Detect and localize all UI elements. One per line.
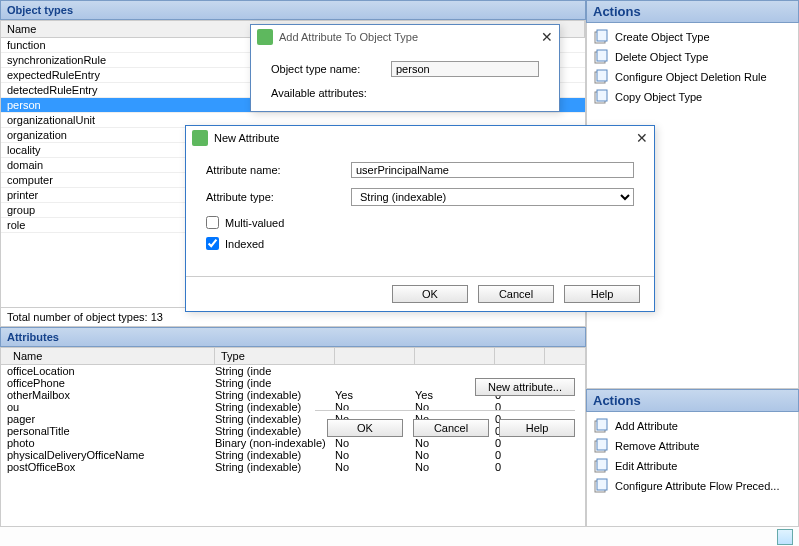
- ok-button[interactable]: OK: [392, 285, 468, 303]
- attribute-cell: String (indexable): [215, 461, 335, 473]
- dialog-title-text: New Attribute: [214, 132, 279, 144]
- action-icon: [593, 458, 609, 474]
- multi-valued-label: Multi-valued: [225, 217, 284, 229]
- add-dialog-buttons: New attribute... OK Cancel Help: [315, 378, 575, 437]
- close-icon[interactable]: ✕: [541, 29, 553, 45]
- add-attribute-dialog: Add Attribute To Object Type ✕ Object ty…: [250, 24, 560, 112]
- object-type-name-field: [391, 61, 539, 77]
- available-attributes-label: Available attributes:: [271, 87, 416, 99]
- attribute-cell: [335, 365, 415, 377]
- action-label: Remove Attribute: [615, 440, 699, 452]
- action-item[interactable]: Remove Attribute: [589, 436, 796, 456]
- action-label: Create Object Type: [615, 31, 710, 43]
- action-label: Configure Object Deletion Rule: [615, 71, 767, 83]
- indexed-label: Indexed: [225, 238, 264, 250]
- svg-rect-9: [597, 419, 607, 430]
- attribute-cell: Binary (non-indexable): [215, 437, 335, 449]
- cancel-button[interactable]: Cancel: [478, 285, 554, 303]
- help-button[interactable]: Help: [499, 419, 575, 437]
- svg-rect-13: [597, 459, 607, 470]
- new-attribute-dialog: New Attribute ✕ Attribute name: Attribut…: [185, 125, 655, 312]
- attribute-cell: No: [415, 449, 495, 461]
- svg-rect-7: [597, 90, 607, 101]
- attribute-name-label: Attribute name:: [206, 164, 351, 176]
- action-icon: [593, 418, 609, 434]
- attribute-cell: pager: [7, 413, 215, 425]
- app-icon: [257, 29, 273, 45]
- action-icon: [593, 89, 609, 105]
- object-type-name: organizationalUnit: [7, 114, 95, 126]
- attribute-row[interactable]: officeLocationString (inde: [1, 365, 585, 377]
- attribute-cell: 0: [495, 461, 545, 473]
- attributes-grid[interactable]: Name Type officeLocationString (indeoffi…: [0, 347, 586, 546]
- column-header-attr-name[interactable]: Name: [7, 348, 215, 364]
- object-type-name: role: [7, 219, 25, 231]
- object-types-header: Object types: [0, 0, 586, 20]
- action-icon: [593, 438, 609, 454]
- action-item[interactable]: Add Attribute: [589, 416, 796, 436]
- object-type-name: function: [7, 39, 46, 51]
- attribute-row[interactable]: postOfficeBoxString (indexable)NoNo0: [1, 461, 585, 473]
- action-label: Edit Attribute: [615, 460, 677, 472]
- object-type-name: person: [7, 99, 41, 111]
- actions-header-bottom: Actions: [586, 389, 799, 412]
- attribute-cell: officeLocation: [7, 365, 215, 377]
- attribute-cell: photo: [7, 437, 215, 449]
- svg-rect-11: [597, 439, 607, 450]
- action-label: Add Attribute: [615, 420, 678, 432]
- object-type-name: printer: [7, 189, 38, 201]
- multi-valued-checkbox[interactable]: [206, 216, 219, 229]
- attribute-cell: No: [335, 461, 415, 473]
- attribute-cell: postOfficeBox: [7, 461, 215, 473]
- refresh-icon[interactable]: [777, 529, 793, 545]
- action-item[interactable]: Edit Attribute: [589, 456, 796, 476]
- cancel-button[interactable]: Cancel: [413, 419, 489, 437]
- attribute-cell: 0: [495, 449, 545, 461]
- indexed-checkbox[interactable]: [206, 237, 219, 250]
- attribute-cell: String (inde: [215, 365, 335, 377]
- attribute-cell: otherMailbox: [7, 389, 215, 401]
- svg-rect-15: [597, 479, 607, 490]
- attribute-type-label: Attribute type:: [206, 191, 351, 203]
- attribute-cell: No: [415, 461, 495, 473]
- object-type-name: organization: [7, 129, 67, 141]
- attribute-cell: physicalDeliveryOfficeName: [7, 449, 215, 461]
- action-label: Configure Attribute Flow Preced...: [615, 480, 779, 492]
- action-item[interactable]: Delete Object Type: [589, 47, 796, 67]
- action-item[interactable]: Create Object Type: [589, 27, 796, 47]
- action-icon: [593, 478, 609, 494]
- help-button[interactable]: Help: [564, 285, 640, 303]
- attributes-header: Attributes: [0, 327, 586, 347]
- attribute-cell: [495, 365, 545, 377]
- attribute-cell: 0: [495, 437, 545, 449]
- action-item[interactable]: Copy Object Type: [589, 87, 796, 107]
- svg-rect-5: [597, 70, 607, 81]
- object-type-name: locality: [7, 144, 41, 156]
- attribute-type-select[interactable]: String (indexable): [351, 188, 634, 206]
- attribute-row[interactable]: photoBinary (non-indexable)NoNo0: [1, 437, 585, 449]
- object-type-name-label: Object type name:: [271, 63, 391, 75]
- attribute-name-field[interactable]: [351, 162, 634, 178]
- attribute-cell: ou: [7, 401, 215, 413]
- object-type-name: expectedRuleEntry: [7, 69, 100, 81]
- action-icon: [593, 69, 609, 85]
- attribute-cell: personalTitle: [7, 425, 215, 437]
- ok-button[interactable]: OK: [327, 419, 403, 437]
- action-icon: [593, 49, 609, 65]
- action-label: Copy Object Type: [615, 91, 702, 103]
- attribute-cell: No: [335, 449, 415, 461]
- action-item[interactable]: Configure Attribute Flow Preced...: [589, 476, 796, 496]
- action-item[interactable]: Configure Object Deletion Rule: [589, 67, 796, 87]
- object-type-name: synchronizationRule: [7, 54, 106, 66]
- attribute-cell: No: [335, 437, 415, 449]
- object-type-name: group: [7, 204, 35, 216]
- object-type-name: domain: [7, 159, 43, 171]
- attribute-row[interactable]: physicalDeliveryOfficeNameString (indexa…: [1, 449, 585, 461]
- object-type-name: computer: [7, 174, 53, 186]
- new-attribute-button[interactable]: New attribute...: [475, 378, 575, 396]
- column-header-attr-type[interactable]: Type: [215, 348, 335, 364]
- close-icon[interactable]: ✕: [636, 130, 648, 146]
- attribute-cell: officePhone: [7, 377, 215, 389]
- attribute-cell: String (indexable): [215, 449, 335, 461]
- app-icon: [192, 130, 208, 146]
